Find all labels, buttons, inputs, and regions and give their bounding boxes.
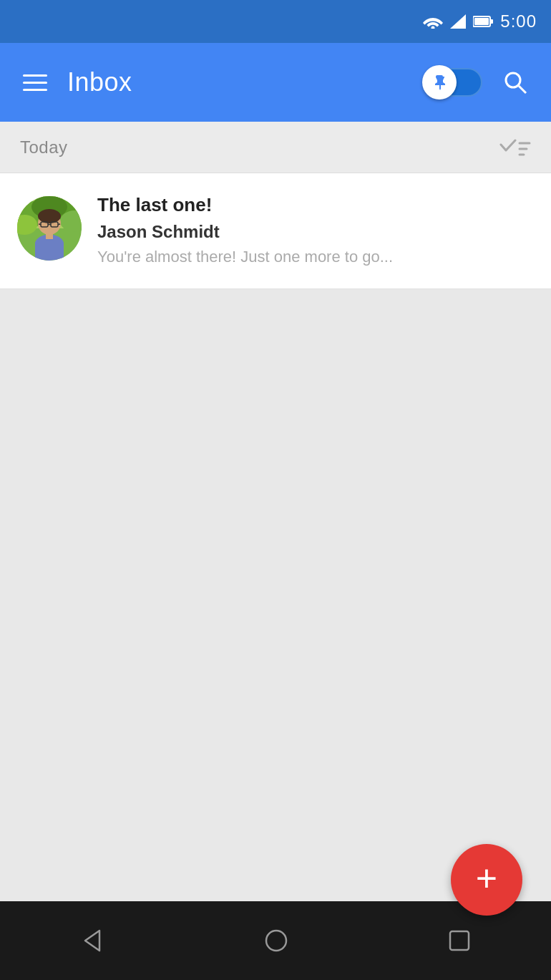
search-button[interactable] [497, 64, 534, 101]
status-icons: 5:00 [423, 11, 537, 31]
pin-icon [431, 74, 448, 91]
search-icon [502, 69, 528, 95]
priority-toggle[interactable] [425, 68, 482, 97]
recents-button[interactable] [426, 921, 493, 960]
svg-line-6 [519, 86, 526, 93]
svg-marker-25 [85, 931, 99, 951]
home-icon [263, 928, 289, 954]
svg-point-18 [38, 209, 61, 223]
battery-icon [473, 14, 493, 29]
signal-icon [450, 14, 466, 29]
menu-line-3 [23, 89, 47, 91]
home-button[interactable] [242, 921, 311, 961]
check-list-icon [499, 137, 531, 157]
svg-line-23 [58, 224, 60, 225]
menu-line-1 [23, 74, 47, 77]
email-content: The last one! Jason Schmidt You're almos… [97, 193, 534, 268]
content-area: + [0, 289, 551, 980]
back-button[interactable] [58, 921, 127, 961]
toggle-track[interactable] [425, 68, 482, 97]
svg-rect-3 [490, 19, 493, 24]
toggle-thumb [422, 65, 457, 100]
email-sender: Jason Schmidt [97, 222, 534, 242]
app-bar: Inbox [0, 43, 551, 122]
svg-point-5 [506, 73, 520, 87]
wifi-icon [423, 14, 443, 29]
section-label: Today [20, 137, 68, 157]
sender-avatar [17, 196, 82, 261]
svg-point-0 [431, 26, 435, 29]
fab-plus-icon: + [476, 860, 497, 897]
compose-fab[interactable]: + [451, 844, 522, 916]
page-wrapper: 5:00 Inbox [0, 0, 551, 980]
email-preview: You're almost there! Just one more to go… [97, 246, 534, 268]
back-icon [79, 928, 105, 954]
email-subject: The last one! [97, 193, 534, 218]
svg-rect-24 [46, 233, 53, 239]
svg-line-22 [39, 224, 41, 225]
menu-button[interactable] [17, 69, 53, 97]
svg-marker-1 [450, 14, 466, 29]
email-item[interactable]: The last one! Jason Schmidt You're almos… [0, 173, 551, 289]
avatar-image [17, 196, 82, 261]
mark-all-button[interactable] [499, 137, 531, 157]
recents-icon [447, 928, 472, 953]
nav-bar [0, 901, 551, 980]
status-bar: 5:00 [0, 0, 551, 43]
section-header: Today [0, 122, 551, 173]
svg-point-26 [266, 931, 286, 951]
app-bar-title: Inbox [67, 67, 411, 97]
svg-rect-27 [450, 931, 469, 950]
menu-line-2 [23, 82, 47, 84]
status-time: 5:00 [500, 11, 537, 31]
svg-rect-4 [474, 18, 489, 25]
